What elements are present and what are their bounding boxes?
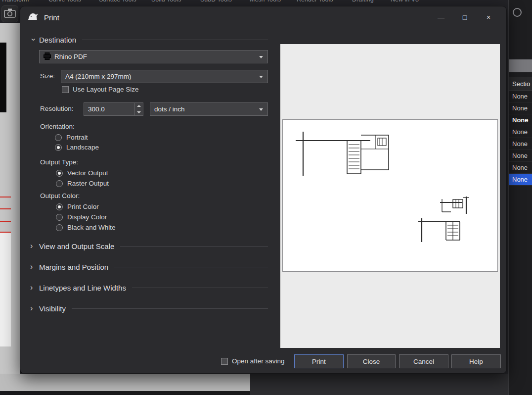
toolbar-tab-mesh-tools[interactable]: Mesh Tools (250, 0, 281, 3)
rhino-logo-icon (27, 12, 39, 23)
spinner-down-icon (137, 111, 141, 113)
print-color-radio[interactable]: Print Color (56, 203, 99, 210)
resolution-unit-dropdown[interactable]: dots / inch (150, 102, 268, 116)
black-and-white-radio[interactable]: Black and White (56, 224, 116, 231)
panel-row-none-5[interactable]: None (509, 150, 532, 162)
display-color-radio[interactable]: Display Color (56, 213, 107, 221)
viewport-red-section-line (0, 197, 11, 198)
section-header-visibility[interactable]: › Visibility (30, 303, 268, 313)
radio-icon (56, 214, 63, 221)
dialog-title: Print (44, 13, 59, 22)
chevron-down-icon: › (30, 36, 37, 43)
section-header-margins-position[interactable]: › Margins and Position (30, 262, 268, 272)
section-label: View and Output Scale (39, 242, 114, 250)
minimize-icon: — (438, 13, 444, 21)
panel-row-none-1[interactable]: None (509, 102, 532, 114)
output-color-label: Output Color: (40, 192, 80, 199)
black-and-white-label: Black and White (67, 224, 116, 231)
use-layout-page-size-checkbox[interactable]: Use Layout Page Size (62, 86, 139, 93)
viewport-red-section-line (0, 221, 11, 222)
toolbar-tab-curve-tools[interactable]: Curve Tools (48, 0, 81, 3)
chevron-right-icon: › (30, 243, 37, 249)
minimize-button[interactable]: — (429, 9, 453, 25)
cancel-button[interactable]: Cancel (399, 354, 448, 368)
raster-output-label: Raster Output (67, 180, 109, 187)
size-value: A4 (210mm x 297mm) (65, 73, 132, 80)
toolbar-tab-drafting[interactable]: Drafting (352, 0, 374, 3)
chevron-right-icon: › (30, 263, 37, 270)
printer-name: Rhino PDF (54, 53, 87, 60)
print-preview-area (280, 44, 500, 348)
chevron-right-icon: › (30, 284, 37, 291)
landscape-label: Landscape (66, 144, 99, 151)
maximize-icon: □ (463, 13, 467, 21)
section-divider (82, 40, 268, 40)
radio-icon (56, 180, 63, 187)
section-label: Margins and Position (39, 263, 108, 271)
rhino-application: { "toolbar": { "tabs": ["Transform", "Cu… (0, 0, 532, 395)
printer-dropdown[interactable]: Rhino PDF (39, 50, 268, 63)
section-divider (132, 288, 268, 288)
toolbar-tab-render-tools[interactable]: Render Tools (297, 0, 333, 3)
section-divider (114, 267, 268, 267)
section-header-destination[interactable]: › Destination (30, 35, 268, 45)
vector-output-radio[interactable]: Vector Output (56, 169, 108, 177)
dialog-titlebar[interactable]: Print — □ × (20, 6, 506, 28)
viewport-dark-region (0, 43, 6, 112)
radio-icon (56, 224, 63, 231)
viewport-red-section-line (0, 208, 11, 209)
orientation-label: Orientation: (40, 123, 75, 130)
panel-row-none-4[interactable]: None (509, 138, 532, 150)
spinner-up-icon (137, 105, 141, 107)
panel-row-none-3[interactable]: None (509, 126, 532, 138)
section-label: Destination (39, 36, 76, 44)
right-properties-panel: Sectio None None None None None None Non… (508, 0, 532, 395)
open-after-saving-label: Open after saving (232, 357, 285, 365)
print-button[interactable]: Print (294, 354, 344, 368)
orientation-landscape-radio[interactable]: Landscape (55, 144, 99, 151)
section-header-view-output-scale[interactable]: › View and Output Scale (30, 241, 268, 251)
open-after-saving-checkbox[interactable]: Open after saving (221, 357, 285, 365)
toolbar-tab-solid-tools[interactable]: Solid Tools (151, 0, 181, 3)
panel-row-none-selected[interactable]: None (509, 174, 532, 186)
resolution-input[interactable] (84, 102, 143, 116)
printer-icon (44, 52, 51, 61)
radio-icon (55, 134, 62, 141)
dropdown-arrow-icon (259, 108, 263, 111)
camera-icon (4, 8, 16, 20)
panel-row-none-6[interactable]: None (509, 162, 532, 174)
raster-output-radio[interactable]: Raster Output (56, 180, 109, 187)
viewport-white-region (0, 233, 11, 346)
panel-row-none-0[interactable]: None (509, 91, 532, 102)
section-column-header: Sectio (509, 77, 532, 91)
resolution-value-field[interactable] (84, 103, 134, 115)
portrait-label: Portrait (66, 134, 88, 141)
resolution-spinner[interactable] (134, 103, 143, 115)
size-label: Size: (40, 72, 55, 80)
toolbar-tab-subd-tools[interactable]: SubD Tools (200, 0, 232, 3)
size-dropdown[interactable]: A4 (210mm x 297mm) (61, 70, 268, 83)
background-toolbar-icon (513, 8, 522, 17)
toolbar-tab-surface-tools[interactable]: Surface Tools (99, 0, 136, 3)
close-dialog-button[interactable]: Close (347, 354, 396, 368)
toolbar-tab-new-in-v8[interactable]: New in V8 (391, 0, 419, 3)
output-type-label: Output Type: (40, 158, 78, 166)
radio-selected-icon (55, 144, 62, 151)
toolbar-tab-transform[interactable]: Transform (1, 0, 29, 3)
maximize-button[interactable]: □ (453, 9, 477, 25)
bottom-panel-dark-region (250, 374, 508, 395)
viewport-red-section-line (0, 232, 11, 233)
spinner-up-button[interactable] (135, 103, 143, 109)
section-header-linetypes-linewidths[interactable]: › Linetypes and Line Widths (30, 283, 268, 293)
close-button[interactable]: × (477, 9, 500, 25)
dropdown-arrow-icon (259, 56, 263, 58)
vector-output-label: Vector Output (67, 169, 108, 177)
help-button[interactable]: Help (451, 354, 501, 368)
orientation-portrait-radio[interactable]: Portrait (55, 134, 88, 141)
chevron-right-icon: › (30, 305, 37, 312)
panel-row-none-2[interactable]: None (509, 114, 532, 126)
close-icon: × (487, 13, 490, 21)
camera-toolbar-button[interactable] (1, 5, 18, 22)
checkbox-icon (221, 358, 228, 365)
spinner-down-button[interactable] (135, 109, 143, 116)
